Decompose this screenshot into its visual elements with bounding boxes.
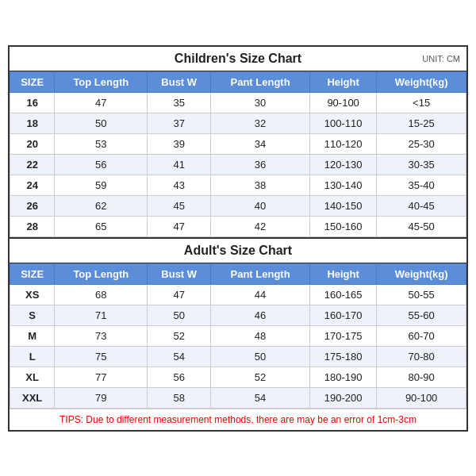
table-cell: 40-45 bbox=[377, 195, 466, 216]
table-cell: 30 bbox=[211, 92, 310, 113]
table-row: 28654742150-16045-50 bbox=[10, 216, 466, 236]
table-cell: XXL bbox=[10, 387, 55, 408]
table-cell: 71 bbox=[55, 305, 148, 325]
table-cell: 45 bbox=[148, 195, 211, 216]
table-row: XL775652180-19080-90 bbox=[10, 367, 466, 387]
table-cell: 68 bbox=[55, 284, 148, 305]
table-cell: 60-70 bbox=[377, 325, 466, 346]
children-title: Children's Size Chart bbox=[175, 52, 301, 66]
adults-table: SIZE Top Length Bust W Pant Length Heigh… bbox=[10, 263, 466, 409]
table-row: S715046160-17055-60 bbox=[10, 305, 466, 325]
table-cell: <15 bbox=[377, 92, 466, 113]
table-cell: 65 bbox=[55, 216, 148, 236]
table-cell: 56 bbox=[55, 154, 148, 175]
table-cell: 18 bbox=[10, 113, 55, 133]
children-title-row: Children's Size Chart UNIT: CM bbox=[10, 47, 466, 71]
table-cell: 32 bbox=[211, 113, 310, 133]
table-cell: 90-100 bbox=[310, 92, 377, 113]
table-cell: 120-130 bbox=[310, 154, 377, 175]
table-cell: 180-190 bbox=[310, 367, 377, 387]
table-cell: 59 bbox=[55, 175, 148, 195]
table-row: 20533934110-12025-30 bbox=[10, 133, 466, 154]
adults-col-pant-length: Pant Length bbox=[211, 263, 310, 284]
table-row: XXL795854190-20090-100 bbox=[10, 387, 466, 408]
table-cell: 46 bbox=[211, 305, 310, 325]
table-cell: 175-180 bbox=[310, 346, 377, 367]
table-cell: 47 bbox=[55, 92, 148, 113]
table-cell: 30-35 bbox=[377, 154, 466, 175]
table-cell: 16 bbox=[10, 92, 55, 113]
table-cell: 43 bbox=[148, 175, 211, 195]
adults-col-top-length: Top Length bbox=[55, 263, 148, 284]
table-row: XS684744160-16550-55 bbox=[10, 284, 466, 305]
table-cell: 36 bbox=[211, 154, 310, 175]
table-cell: XS bbox=[10, 284, 55, 305]
table-cell: 15-25 bbox=[377, 113, 466, 133]
table-cell: 34 bbox=[211, 133, 310, 154]
children-col-bust-w: Bust W bbox=[148, 71, 211, 92]
table-cell: XL bbox=[10, 367, 55, 387]
table-cell: 37 bbox=[148, 113, 211, 133]
chart-container: Children's Size Chart UNIT: CM SIZE Top … bbox=[8, 45, 468, 432]
table-cell: 170-175 bbox=[310, 325, 377, 346]
table-cell: 47 bbox=[148, 216, 211, 236]
adults-col-weight: Weight(kg) bbox=[377, 263, 466, 284]
table-cell: 24 bbox=[10, 175, 55, 195]
table-cell: 52 bbox=[148, 325, 211, 346]
table-cell: 75 bbox=[55, 346, 148, 367]
table-cell: 25-30 bbox=[377, 133, 466, 154]
table-cell: 80-90 bbox=[377, 367, 466, 387]
table-cell: 79 bbox=[55, 387, 148, 408]
table-cell: 50 bbox=[55, 113, 148, 133]
adults-title: Adult's Size Chart bbox=[184, 244, 292, 258]
table-cell: 50-55 bbox=[377, 284, 466, 305]
table-cell: 22 bbox=[10, 154, 55, 175]
children-header-row: SIZE Top Length Bust W Pant Length Heigh… bbox=[10, 71, 466, 92]
table-cell: M bbox=[10, 325, 55, 346]
table-cell: 26 bbox=[10, 195, 55, 216]
tips-text: TIPS: Due to different measurement metho… bbox=[60, 414, 416, 425]
table-cell: 48 bbox=[211, 325, 310, 346]
children-col-weight: Weight(kg) bbox=[377, 71, 466, 92]
table-cell: 50 bbox=[148, 305, 211, 325]
table-cell: 100-110 bbox=[310, 113, 377, 133]
table-cell: 62 bbox=[55, 195, 148, 216]
children-col-height: Height bbox=[310, 71, 377, 92]
table-cell: 73 bbox=[55, 325, 148, 346]
table-cell: 54 bbox=[148, 346, 211, 367]
table-cell: 54 bbox=[211, 387, 310, 408]
table-row: 1647353090-100<15 bbox=[10, 92, 466, 113]
table-cell: S bbox=[10, 305, 55, 325]
table-cell: 53 bbox=[55, 133, 148, 154]
table-cell: 160-165 bbox=[310, 284, 377, 305]
children-col-top-length: Top Length bbox=[55, 71, 148, 92]
table-cell: 130-140 bbox=[310, 175, 377, 195]
table-cell: 55-60 bbox=[377, 305, 466, 325]
table-row: 18503732100-11015-25 bbox=[10, 113, 466, 133]
table-cell: 160-170 bbox=[310, 305, 377, 325]
table-cell: 44 bbox=[211, 284, 310, 305]
table-cell: 20 bbox=[10, 133, 55, 154]
table-cell: 47 bbox=[148, 284, 211, 305]
children-col-size: SIZE bbox=[10, 71, 55, 92]
table-cell: 40 bbox=[211, 195, 310, 216]
unit-label: UNIT: CM bbox=[422, 54, 460, 63]
table-cell: 28 bbox=[10, 216, 55, 236]
table-cell: 50 bbox=[211, 346, 310, 367]
table-cell: 39 bbox=[148, 133, 211, 154]
children-table: SIZE Top Length Bust W Pant Length Heigh… bbox=[10, 71, 466, 237]
table-cell: 70-80 bbox=[377, 346, 466, 367]
table-cell: 77 bbox=[55, 367, 148, 387]
table-cell: 56 bbox=[148, 367, 211, 387]
table-row: L755450175-18070-80 bbox=[10, 346, 466, 367]
adults-col-size: SIZE bbox=[10, 263, 55, 284]
table-cell: L bbox=[10, 346, 55, 367]
table-row: 22564136120-13030-35 bbox=[10, 154, 466, 175]
tips-row: TIPS: Due to different measurement metho… bbox=[10, 409, 466, 430]
table-cell: 35-40 bbox=[377, 175, 466, 195]
table-cell: 110-120 bbox=[310, 133, 377, 154]
table-cell: 140-150 bbox=[310, 195, 377, 216]
table-row: 26624540140-15040-45 bbox=[10, 195, 466, 216]
adults-col-height: Height bbox=[310, 263, 377, 284]
table-cell: 45-50 bbox=[377, 216, 466, 236]
